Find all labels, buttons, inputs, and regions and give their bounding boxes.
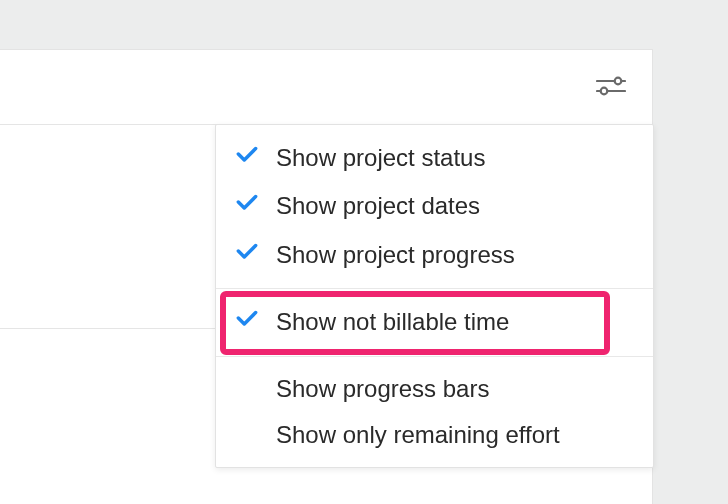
- display-settings-button[interactable]: [591, 73, 631, 103]
- menu-item-label: Show progress bars: [276, 373, 633, 405]
- svg-point-3: [601, 88, 608, 95]
- menu-group: Show not billable time: [216, 289, 653, 355]
- sliders-icon: [596, 76, 626, 100]
- menu-item-label: Show project status: [276, 142, 633, 174]
- display-options-menu: Show project status Show project dates S…: [215, 124, 654, 468]
- menu-item-show-project-status[interactable]: Show project status: [216, 134, 653, 182]
- check-icon: [234, 141, 260, 175]
- check-icon: [234, 305, 260, 339]
- menu-item-show-project-progress[interactable]: Show project progress: [216, 231, 653, 279]
- check-icon: [234, 189, 260, 223]
- menu-item-show-only-remaining-effort[interactable]: Show only remaining effort: [216, 412, 653, 458]
- menu-group: Show project status Show project dates S…: [216, 125, 653, 288]
- menu-item-show-progress-bars[interactable]: Show progress bars: [216, 366, 653, 412]
- menu-item-show-not-billable-time[interactable]: Show not billable time: [216, 298, 653, 346]
- svg-point-1: [615, 78, 622, 85]
- menu-item-label: Show only remaining effort: [276, 419, 633, 451]
- menu-item-label: Show not billable time: [276, 306, 633, 338]
- menu-group: Show progress bars Show only remaining e…: [216, 357, 653, 468]
- menu-item-label: Show project progress: [276, 239, 633, 271]
- check-icon: [234, 238, 260, 272]
- menu-item-show-project-dates[interactable]: Show project dates: [216, 182, 653, 230]
- menu-item-label: Show project dates: [276, 190, 633, 222]
